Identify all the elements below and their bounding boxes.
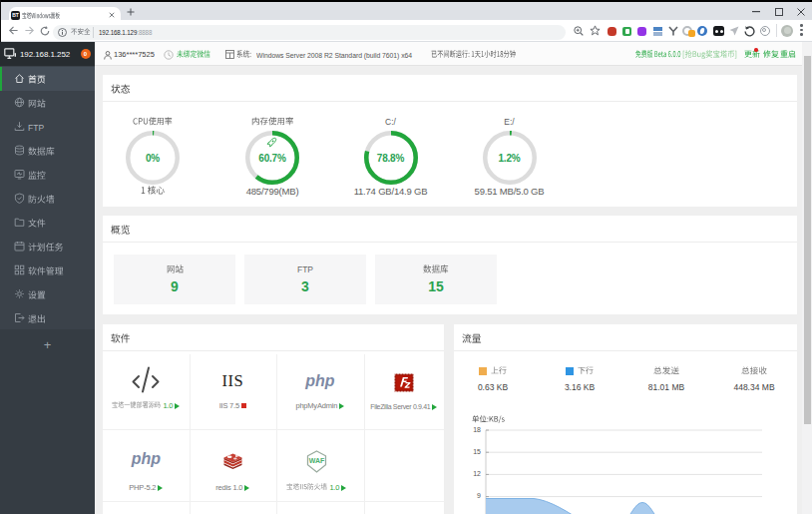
- svg-text:WAF: WAF: [309, 457, 325, 464]
